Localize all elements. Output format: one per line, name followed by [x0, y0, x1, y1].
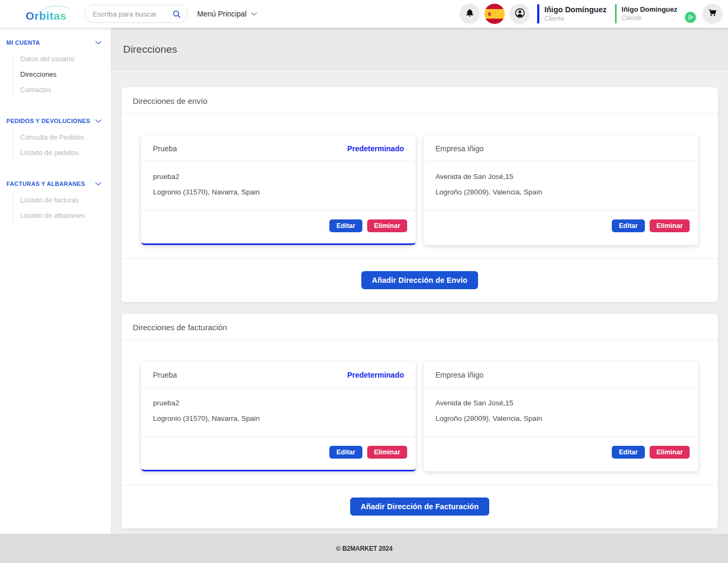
sidebar-items: Datos del usuario Direcciones Contactos	[13, 51, 111, 97]
address-card-body: Avenida de San José,15 Logroño (28009), …	[424, 161, 698, 211]
logout-button[interactable]	[685, 12, 696, 23]
search-box	[84, 5, 188, 23]
address-card-body: prueba2 Logronio (31570), Navarra, Spain	[141, 388, 416, 437]
address-card-footer: Editar Eliminar	[424, 211, 698, 243]
address-card-billing-prueba: Prueba Predeterminado prueba2 Logronio (…	[141, 362, 416, 471]
shipping-address-list: Prueba Predeterminado prueba2 Logronio (…	[122, 114, 718, 258]
address-card-body: Avenida de San José,15 Logroño (28009), …	[424, 388, 698, 437]
sidebar-item-listado-de-albaranes[interactable]: Listado de albaranes	[20, 208, 111, 223]
search-icon[interactable]	[172, 10, 181, 19]
billing-section-footer: Añadir Dirección de Facturación	[122, 485, 718, 528]
sidebar-item-listado-de-pedidos[interactable]: Listado de pedidos	[20, 145, 111, 160]
default-badge: Predeterminado	[347, 371, 404, 379]
address-card-header: Empresa Iñigo	[424, 135, 698, 161]
sidebar-group-header-pedidos[interactable]: PEDIDOS Y DEVOLUCIONES	[0, 118, 111, 124]
delete-address-button[interactable]: Eliminar	[367, 446, 407, 459]
sidebar-group-mi-cuenta: MI CUENTA Datos del usuario Direcciones …	[0, 39, 111, 97]
chevron-down-icon	[95, 182, 101, 186]
logo-orbit-arc	[33, 4, 75, 13]
address-card-shipping-empresa-inigo: Empresa Iñigo Avenida de San José,15 Log…	[424, 135, 698, 245]
content-area: Direcciones de envío Prueba Predetermina…	[111, 70, 728, 540]
address-name: Empresa Iñigo	[435, 144, 483, 153]
language-selector-button[interactable]	[484, 4, 505, 24]
default-badge: Predeterminado	[347, 144, 404, 153]
sidebar-group-label: MI CUENTA	[6, 39, 40, 46]
billing-address-list: Prueba Predeterminado prueba2 Logronio (…	[122, 340, 718, 485]
bell-icon	[465, 8, 475, 20]
sidebar-items: Consulta de Pedidos Listado de pedidos	[13, 129, 111, 160]
address-card-body: prueba2 Logronio (31570), Navarra, Spain	[141, 161, 416, 211]
address-card-header: Empresa Iñigo	[424, 362, 698, 388]
edit-address-button[interactable]: Editar	[612, 446, 644, 459]
sidebar-group-label: PEDIDOS Y DEVOLUCIONES	[6, 118, 90, 124]
user-accent-bar-blue	[537, 4, 539, 23]
sidebar-group-header-mi-cuenta[interactable]: MI CUENTA	[0, 39, 111, 46]
logout-icon	[687, 14, 693, 20]
sidebar: MI CUENTA Datos del usuario Direcciones …	[0, 28, 111, 534]
sidebar-item-listado-de-facturas[interactable]: Listado de facturas	[20, 192, 111, 208]
billing-addresses-section: Direcciones de facturación Prueba Predet…	[122, 314, 718, 528]
address-line-2: Logronio (31570), Navarra, Spain	[153, 188, 404, 196]
edit-address-button[interactable]: Editar	[329, 219, 362, 232]
notifications-button[interactable]	[459, 4, 480, 24]
address-name: Empresa Iñigo	[435, 371, 483, 379]
sidebar-items: Listado de facturas Listado de albaranes	[13, 192, 111, 223]
user-name: Iñigo Domínguez	[544, 5, 606, 14]
logo[interactable]: Orbitas	[26, 3, 67, 25]
shipping-section-footer: Añadir Dirección de Envío	[122, 258, 718, 302]
address-line-2: Logroño (28009), Valencia, Spain	[435, 414, 686, 422]
cart-button[interactable]	[702, 4, 723, 24]
page-footer: © B2MARKET 2024	[0, 534, 728, 563]
sidebar-group-pedidos: PEDIDOS Y DEVOLUCIONES Consulta de Pedid…	[0, 118, 111, 160]
chevron-down-icon	[95, 41, 101, 45]
address-line-1: prueba2	[153, 173, 404, 181]
sidebar-group-label: FACTURAS Y ALBARANES	[6, 181, 85, 187]
account-button[interactable]	[509, 4, 530, 24]
address-line-2: Logroño (28009), Valencia, Spain	[435, 188, 686, 196]
address-line-1: Avenida de San José,15	[435, 399, 686, 407]
page-title-band: Direcciones	[111, 28, 728, 70]
address-card-shipping-prueba: Prueba Predeterminado prueba2 Logronio (…	[141, 135, 416, 245]
user-accent-bar-green	[615, 4, 617, 23]
address-line-1: prueba2	[153, 399, 404, 407]
cart-icon	[707, 7, 718, 20]
delete-address-button[interactable]: Eliminar	[367, 219, 407, 232]
main-menu-label: Menú Principal	[197, 10, 247, 18]
sidebar-item-direcciones[interactable]: Direcciones	[20, 67, 111, 82]
section-title-shipping: Direcciones de envío	[122, 87, 718, 114]
address-card-footer: Editar Eliminar	[141, 211, 416, 243]
chevron-down-icon	[95, 119, 101, 123]
address-name: Prueba	[153, 371, 177, 379]
user-role: Cliente	[621, 14, 677, 22]
main-menu-dropdown[interactable]: Menú Principal	[197, 10, 257, 18]
main-content: Direcciones Direcciones de envío Prueba …	[111, 28, 728, 534]
delete-address-button[interactable]: Eliminar	[650, 446, 690, 459]
user-icon	[514, 7, 525, 21]
spain-flag-icon	[488, 12, 491, 16]
user-name: Iñigo Dominguez	[621, 6, 677, 14]
address-line-2: Logronio (31570), Navarra, Spain	[153, 414, 404, 422]
address-card-billing-empresa-inigo: Empresa Iñigo Avenida de San José,15 Log…	[424, 362, 698, 471]
delete-address-button[interactable]: Eliminar	[650, 219, 690, 232]
add-billing-address-button[interactable]: Añadir Dirección de Facturación	[350, 497, 490, 516]
section-title-billing: Direcciones de facturación	[122, 314, 718, 340]
sidebar-item-contactos[interactable]: Contactos	[20, 82, 111, 97]
top-header: Orbitas Menú Principal	[0, 0, 728, 28]
page-title: Direcciones	[123, 44, 716, 55]
address-card-header: Prueba Predeterminado	[141, 362, 416, 388]
user-profile-primary[interactable]: Iñigo Domínguez Cliente	[537, 4, 606, 23]
address-card-footer: Editar Eliminar	[141, 437, 416, 470]
search-input[interactable]	[93, 10, 172, 18]
address-card-header: Prueba Predeterminado	[141, 135, 416, 161]
header-actions: Iñigo Domínguez Cliente Iñigo Dominguez …	[455, 4, 723, 24]
sidebar-group-header-facturas[interactable]: FACTURAS Y ALBARANES	[0, 181, 111, 187]
copyright-text: © B2MARKET 2024	[336, 544, 392, 552]
edit-address-button[interactable]: Editar	[612, 219, 644, 232]
user-profile-secondary[interactable]: Iñigo Dominguez Cliente	[615, 4, 696, 23]
address-line-1: Avenida de San José,15	[435, 173, 686, 181]
edit-address-button[interactable]: Editar	[329, 446, 362, 459]
sidebar-item-consulta-de-pedidos[interactable]: Consulta de Pedidos	[20, 129, 111, 145]
add-shipping-address-button[interactable]: Añadir Dirección de Envío	[361, 271, 478, 289]
sidebar-item-datos-del-usuario[interactable]: Datos del usuario	[20, 51, 111, 67]
shipping-addresses-section: Direcciones de envío Prueba Predetermina…	[122, 87, 718, 302]
